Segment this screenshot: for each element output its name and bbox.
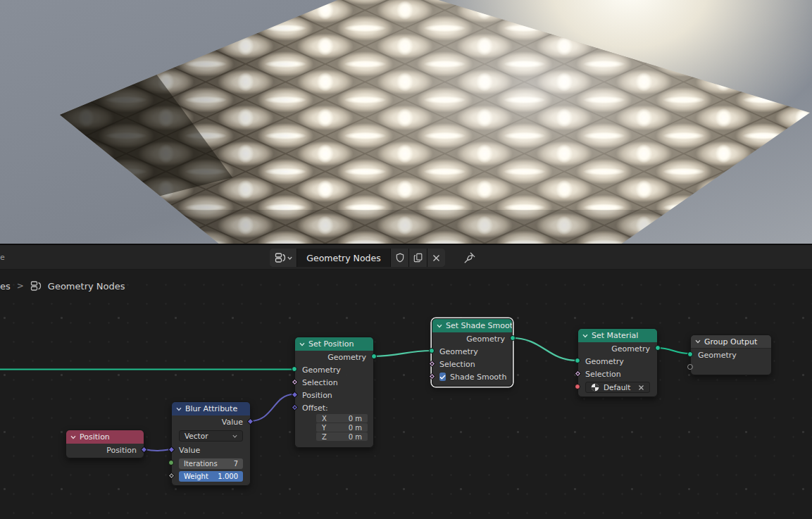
data-type-value: Vector (185, 432, 208, 440)
z-value: 0 m (349, 433, 362, 441)
breadcrumb-separator: > (17, 281, 24, 291)
collapse-chevron-icon[interactable] (437, 324, 442, 328)
socket-label: Selection (439, 360, 475, 369)
socket-label: Value (222, 418, 243, 427)
socket-label: Offset: (302, 404, 328, 413)
pin-button[interactable] (462, 250, 477, 265)
copy-icon (413, 253, 423, 263)
chevron-down-icon (287, 256, 292, 260)
datablock-selector: Geometry Nodes (270, 249, 445, 267)
x-value: 0 m (349, 415, 362, 423)
socket-label: Selection (302, 378, 338, 387)
material-sphere-icon (591, 383, 599, 392)
collapse-chevron-icon[interactable] (70, 435, 76, 439)
data-type-dropdown[interactable]: Vector (179, 430, 243, 442)
close-icon (432, 254, 440, 262)
node-editor-canvas[interactable] (0, 270, 812, 519)
node-title: Blur Attribute (185, 404, 237, 413)
socket-label: Geometry (585, 357, 624, 366)
node-set-shade-smooth[interactable]: Set Shade Smooth Geometry Geometry Selec… (432, 318, 513, 387)
node-title: Group Output (704, 337, 757, 346)
node-position[interactable]: Position Position (65, 430, 144, 458)
viewport-3d-render[interactable] (0, 0, 812, 244)
geometry-output-socket[interactable] (655, 345, 661, 351)
socket-label: Value (179, 446, 200, 455)
blender-window: e Geometry Nodes (0, 0, 812, 519)
iterations-input-socket[interactable] (168, 460, 174, 465)
node-tree-browse-button[interactable] (270, 249, 296, 267)
node-title: Position (80, 432, 110, 442)
node-header[interactable]: Set Shade Smooth (432, 319, 512, 332)
iterations-label: Iterations (184, 460, 218, 468)
socket-label: Geometry (611, 344, 650, 354)
node-header[interactable]: Group Output (691, 335, 771, 349)
node-set-material[interactable]: Set Material Geometry Geometry Selection… (577, 328, 658, 397)
node-title: Set Position (308, 339, 354, 349)
collapse-chevron-icon[interactable] (176, 407, 182, 411)
truncated-header-text: e (0, 253, 5, 262)
socket-label: Geometry (302, 365, 341, 375)
material-input-socket[interactable] (575, 384, 580, 389)
geometry-output-socket[interactable] (371, 354, 377, 359)
iterations-field[interactable]: Iterations 7 (179, 458, 243, 469)
geometry-input-socket[interactable] (292, 366, 297, 372)
breadcrumb: es > Geometry Nodes (0, 279, 125, 293)
z-label: Z (322, 433, 327, 441)
offset-y-field[interactable]: Y 0 m (316, 423, 368, 432)
y-label: Y (322, 424, 326, 432)
collapse-chevron-icon[interactable] (695, 339, 701, 344)
socket-label: Position (106, 446, 137, 455)
node-tree-name: Geometry Nodes (306, 253, 380, 263)
socket-label: Geometry (439, 347, 478, 356)
node-title: Set Material (592, 331, 638, 340)
socket-label: Geometry (327, 353, 366, 362)
socket-label: Selection (585, 370, 621, 379)
node-group-output[interactable]: Group Output Geometry (690, 334, 772, 375)
checkmark-icon (439, 375, 446, 380)
breadcrumb-truncated-item[interactable]: es (0, 281, 11, 292)
breadcrumb-tree-name[interactable]: Geometry Nodes (48, 281, 125, 292)
virtual-input-socket[interactable] (687, 364, 693, 370)
socket-label: Geometry (466, 334, 505, 344)
socket-label: Position (302, 391, 332, 400)
node-header[interactable]: Position (66, 430, 144, 444)
clear-material-icon[interactable] (638, 384, 644, 391)
node-set-position[interactable]: Set Position Geometry Geometry Selection… (294, 337, 374, 448)
socket-label: Shade Smooth (450, 373, 506, 382)
geometry-input-socket[interactable] (687, 351, 693, 357)
iterations-value: 7 (234, 460, 238, 468)
node-title: Set Shade Smooth (446, 321, 512, 330)
node-tree-icon (275, 252, 286, 263)
geometry-input-socket[interactable] (575, 358, 580, 363)
node-tree-icon (30, 280, 42, 292)
duplicate-datablock-button[interactable] (409, 249, 427, 267)
weight-label: Weight (184, 473, 208, 480)
node-blur-attribute[interactable]: Blur Attribute Value Vector Value Iterat… (171, 401, 251, 486)
node-editor-header: e Geometry Nodes (0, 244, 812, 270)
material-select-field[interactable]: Default (585, 382, 650, 393)
fake-user-button[interactable] (391, 249, 408, 267)
socket-label: Geometry (698, 351, 737, 360)
weight-value: 1.000 (218, 473, 238, 480)
collapse-chevron-icon[interactable] (299, 342, 305, 346)
material-name: Default (604, 383, 630, 392)
node-header[interactable]: Blur Attribute (172, 402, 250, 415)
geometry-output-socket[interactable] (510, 335, 516, 341)
weight-slider[interactable]: Weight 1.000 (179, 471, 243, 482)
node-header[interactable]: Set Position (295, 337, 373, 351)
chevron-down-icon (232, 434, 237, 438)
geometry-input-socket[interactable] (429, 348, 435, 354)
rendered-quilt-surface (0, 0, 812, 244)
offset-x-field[interactable]: X 0 m (316, 414, 368, 423)
node-header[interactable]: Set Material (578, 329, 657, 342)
pushpin-icon (463, 251, 476, 264)
collapse-chevron-icon[interactable] (582, 334, 588, 338)
node-tree-name-field[interactable]: Geometry Nodes (297, 249, 390, 267)
unlink-datablock-button[interactable] (427, 249, 445, 267)
offset-z-field[interactable]: Z 0 m (316, 432, 368, 441)
x-label: X (322, 415, 327, 423)
shade-smooth-checkbox[interactable] (439, 373, 446, 381)
shield-icon (395, 253, 405, 263)
y-value: 0 m (349, 424, 362, 432)
